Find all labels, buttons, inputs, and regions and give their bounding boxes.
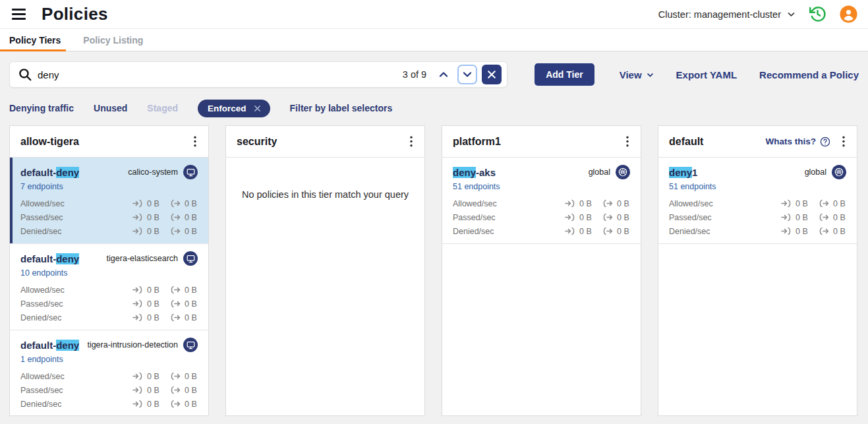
egress-icon xyxy=(170,227,181,235)
ingress-value: 0 B xyxy=(147,372,159,381)
policy-scope-label: tigera-elasticsearch xyxy=(107,254,178,263)
filter-enforced-pill[interactable]: Enforced xyxy=(198,100,270,117)
egress-value: 0 B xyxy=(185,286,197,295)
metric-label: Passed/sec xyxy=(20,213,132,222)
policy-name: default-deny xyxy=(20,167,79,178)
ingress-value: 0 B xyxy=(147,227,159,236)
filter-staged[interactable]: Staged xyxy=(147,103,178,113)
egress-icon xyxy=(170,386,181,394)
hamburger-menu-icon[interactable] xyxy=(11,6,27,22)
endpoints-link[interactable]: 51 endpoints xyxy=(453,182,500,191)
ingress-value: 0 B xyxy=(147,400,159,409)
egress-icon xyxy=(819,227,830,235)
egress-value: 0 B xyxy=(185,299,197,309)
ingress-icon xyxy=(781,199,792,208)
filters-row: Denying traffic Unused Staged Enforced F… xyxy=(9,99,859,117)
ingress-icon xyxy=(565,213,576,222)
metric-row: Denied/sec 0 B 0 B xyxy=(669,224,846,238)
whats-this-label: Whats this? xyxy=(766,136,817,146)
endpoints-link[interactable]: 10 endpoints xyxy=(20,268,68,278)
egress-value: 0 B xyxy=(833,227,846,236)
metric-label: Allowed/sec xyxy=(20,286,132,295)
tier-menu-icon[interactable] xyxy=(187,134,203,150)
policy-metrics: Allowed/sec 0 B 0 B Passed/sec xyxy=(20,369,198,411)
policy-scope-label: global xyxy=(805,167,826,177)
policy-scope-label: tigera-intrusion-detection xyxy=(87,340,178,349)
user-avatar[interactable] xyxy=(840,5,857,23)
egress-icon xyxy=(170,286,181,294)
tab-policy-listing[interactable]: Policy Listing xyxy=(74,29,156,51)
filter-by-label-selectors[interactable]: Filter by label selectors xyxy=(290,103,393,113)
cluster-selector[interactable]: Cluster: management-cluster xyxy=(658,9,796,20)
policy-card[interactable]: default-deny calico-system 7 endpoints A… xyxy=(10,158,208,244)
tier-header: platform1 xyxy=(442,126,641,158)
whats-this-link[interactable]: Whats this? xyxy=(766,136,831,147)
recommend-policy-button[interactable]: Recommend a Policy xyxy=(759,69,859,80)
search-input[interactable] xyxy=(38,69,403,80)
tier-menu-icon[interactable] xyxy=(836,134,852,150)
tier-body: deny1 global 51 endpoints Allowed/sec 0 … xyxy=(658,158,857,415)
policy-scope-label: calico-system xyxy=(128,167,178,177)
endpoints-link[interactable]: 1 endpoints xyxy=(20,355,63,364)
filter-denying-traffic[interactable]: Denying traffic xyxy=(9,103,74,113)
metric-label: Allowed/sec xyxy=(453,199,565,208)
egress-value: 0 B xyxy=(185,313,197,322)
metric-label: Allowed/sec xyxy=(20,372,132,381)
egress-value: 0 B xyxy=(185,199,197,208)
ingress-icon xyxy=(781,213,792,222)
tier-title: allow-tigera xyxy=(20,136,187,148)
egress-value: 0 B xyxy=(185,372,197,381)
policy-card[interactable]: deny-aks global 51 endpoints Allowed/sec… xyxy=(442,158,641,244)
egress-icon xyxy=(602,199,614,208)
policy-metrics: Allowed/sec 0 B 0 B Passed/sec xyxy=(20,197,198,238)
add-tier-button[interactable]: Add Tier xyxy=(535,63,594,86)
tier-body: default-deny calico-system 7 endpoints A… xyxy=(10,158,208,415)
ingress-icon xyxy=(132,299,144,308)
ingress-value: 0 B xyxy=(147,386,159,395)
metric-row: Allowed/sec 0 B 0 B xyxy=(669,197,846,210)
egress-value: 0 B xyxy=(833,199,846,208)
tier-menu-icon[interactable] xyxy=(403,134,419,150)
ingress-value: 0 B xyxy=(147,199,159,208)
metric-row: Passed/sec 0 B 0 B xyxy=(20,297,198,311)
ingress-icon xyxy=(781,227,792,235)
tab-label: Policy Tiers xyxy=(9,35,61,45)
ingress-value: 0 B xyxy=(147,286,159,295)
previous-result-button[interactable] xyxy=(434,67,453,82)
tier-column-platform1: platform1 deny-aks global 51 endpoints A… xyxy=(442,125,641,416)
filter-unused[interactable]: Unused xyxy=(94,103,127,113)
next-result-button[interactable] xyxy=(457,65,477,84)
tier-title: default xyxy=(669,136,766,148)
ingress-value: 0 B xyxy=(147,213,159,222)
endpoints-link[interactable]: 51 endpoints xyxy=(669,182,716,191)
metric-label: Allowed/sec xyxy=(20,199,132,208)
tier-column-default: default Whats this? deny1 global xyxy=(658,125,857,416)
tier-header: security xyxy=(226,126,424,158)
policy-card[interactable]: deny1 global 51 endpoints Allowed/sec 0 … xyxy=(658,158,857,244)
history-restore-icon[interactable] xyxy=(809,5,826,23)
namespace-icon xyxy=(183,251,198,266)
clear-search-button[interactable] xyxy=(482,65,502,84)
policy-card[interactable]: default-deny tigera-elasticsearch 10 end… xyxy=(10,244,208,330)
search-icon xyxy=(18,67,32,82)
egress-value: 0 B xyxy=(185,213,197,222)
tier-menu-icon[interactable] xyxy=(620,134,635,150)
egress-value: 0 B xyxy=(185,400,197,409)
metric-row: Allowed/sec 0 B 0 B xyxy=(20,283,198,297)
tier-body: deny-aks global 51 endpoints Allowed/sec… xyxy=(442,158,641,415)
endpoints-link[interactable]: 7 endpoints xyxy=(20,182,63,191)
tab-policy-tiers[interactable]: Policy Tiers xyxy=(0,29,74,51)
remove-filter-icon[interactable] xyxy=(254,105,261,112)
filter-enforced-label: Enforced xyxy=(208,104,246,113)
egress-icon xyxy=(170,400,181,408)
ingress-icon xyxy=(132,400,144,408)
empty-message: No policies in this tier match your quer… xyxy=(226,158,424,200)
ingress-icon xyxy=(132,313,144,322)
policy-card[interactable]: default-deny tigera-intrusion-detection … xyxy=(10,330,208,415)
metric-label: Denied/sec xyxy=(669,227,781,236)
view-dropdown[interactable]: View xyxy=(620,69,654,80)
ingress-icon xyxy=(565,227,576,235)
chevron-down-icon xyxy=(787,10,796,18)
export-yaml-button[interactable]: Export YAML xyxy=(676,69,738,80)
global-icon xyxy=(832,165,846,179)
